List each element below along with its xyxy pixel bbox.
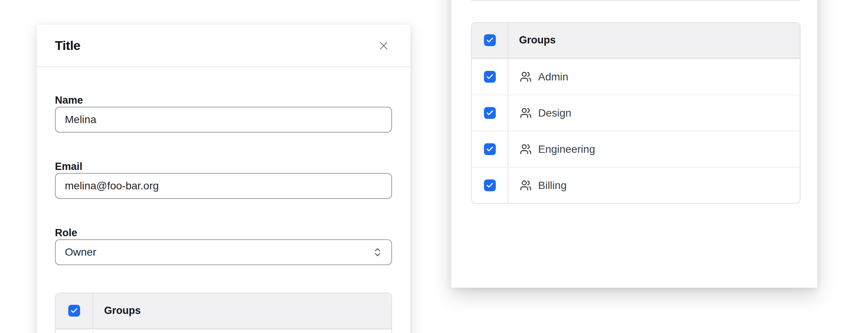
check-icon bbox=[486, 73, 494, 81]
email-label: Email bbox=[55, 160, 392, 173]
close-icon bbox=[377, 39, 390, 52]
table-header-label: Groups bbox=[93, 293, 391, 328]
role-field-group: Role Owner bbox=[55, 226, 392, 265]
name-label: Name bbox=[55, 94, 392, 107]
check-icon bbox=[486, 36, 494, 44]
row-checkbox[interactable] bbox=[484, 143, 496, 155]
table-row bbox=[56, 329, 391, 333]
table-header-row: Groups bbox=[472, 23, 800, 58]
row-label: Engineering bbox=[538, 143, 595, 155]
name-field-group: Name bbox=[55, 94, 392, 133]
cropped-element-above bbox=[471, 0, 800, 1]
modal-body: Name Email Role Owner bbox=[37, 67, 410, 333]
row-checkbox[interactable] bbox=[484, 179, 496, 191]
users-icon bbox=[520, 179, 532, 191]
users-icon bbox=[520, 143, 532, 155]
close-button[interactable] bbox=[375, 37, 392, 54]
row-label: Admin bbox=[538, 71, 568, 83]
email-field-group: Email bbox=[55, 160, 392, 199]
select-all-checkbox[interactable] bbox=[68, 305, 80, 317]
groups-table: Groups bbox=[471, 22, 800, 204]
table-row-admin[interactable]: Admin bbox=[472, 58, 800, 94]
table-row-engineering[interactable]: Engineering bbox=[472, 131, 800, 167]
page-title: Title bbox=[55, 38, 80, 53]
modal-header: Title bbox=[37, 25, 410, 67]
header-checkbox-cell bbox=[56, 293, 93, 328]
table-header-label: Groups bbox=[508, 23, 800, 58]
users-icon bbox=[520, 71, 532, 83]
row-checkbox[interactable] bbox=[484, 107, 496, 119]
table-header-row: Groups bbox=[56, 293, 391, 329]
select-all-checkbox[interactable] bbox=[484, 34, 496, 46]
row-label: Billing bbox=[538, 179, 567, 192]
groups-panel: Groups bbox=[451, 0, 817, 288]
table-row-design[interactable]: Design bbox=[472, 94, 800, 131]
modal-groups-table: Groups bbox=[55, 293, 392, 333]
row-checkbox[interactable] bbox=[484, 71, 496, 83]
check-icon bbox=[70, 307, 78, 315]
role-select[interactable]: Owner bbox=[55, 239, 392, 265]
email-input[interactable] bbox=[55, 173, 392, 199]
check-icon bbox=[486, 109, 494, 117]
chevrons-up-down-icon bbox=[372, 247, 383, 258]
check-icon bbox=[486, 145, 494, 153]
user-modal: Title Name Email Role O bbox=[37, 25, 410, 333]
header-checkbox-cell bbox=[472, 23, 508, 58]
name-input[interactable] bbox=[55, 107, 392, 133]
table-row-billing[interactable]: Billing bbox=[472, 167, 800, 203]
check-icon bbox=[486, 181, 494, 189]
users-icon bbox=[520, 107, 532, 119]
role-label: Role bbox=[55, 226, 392, 239]
role-select-value: Owner bbox=[65, 246, 96, 258]
row-label: Design bbox=[538, 107, 571, 119]
